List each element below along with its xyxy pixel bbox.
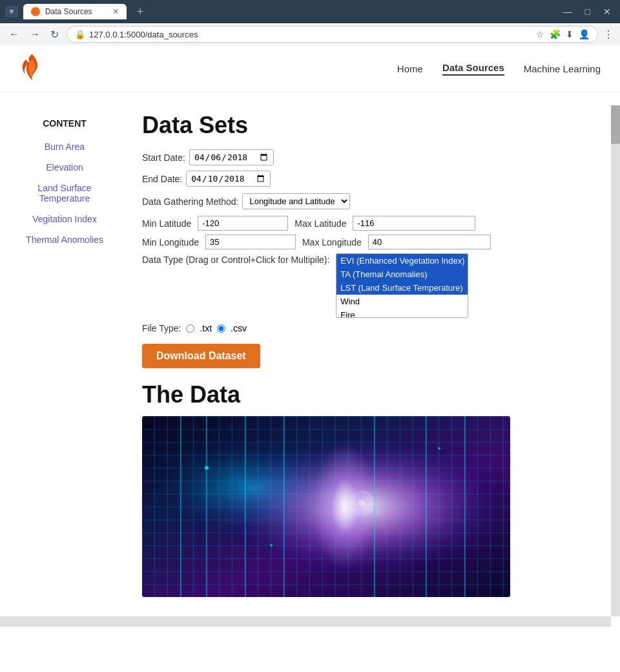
data-type-multiselect[interactable]: EVI (Enhanced Vegetation Index) TA (Them… bbox=[336, 253, 468, 318]
sidebar-link-thermal[interactable]: Thermal Anomolies bbox=[13, 235, 116, 245]
page-title: Data Sets bbox=[142, 112, 607, 139]
sidebar-link-elevation[interactable]: Elevation bbox=[13, 162, 116, 173]
url-display: 127.0.0.1:5000/data_sources bbox=[89, 30, 198, 39]
svg-point-55 bbox=[438, 447, 440, 450]
min-lon-input[interactable] bbox=[205, 235, 296, 249]
svg-rect-43 bbox=[142, 416, 510, 597]
file-type-label: File Type: bbox=[142, 323, 181, 333]
sidebar: CONTENT Burn Area Elevation Land Surface… bbox=[0, 105, 129, 604]
max-lon-label: Max Longitude bbox=[302, 237, 362, 247]
bookmark-icon[interactable]: ☆ bbox=[536, 29, 544, 39]
file-type-txt-radio[interactable] bbox=[186, 324, 194, 333]
svg-point-51 bbox=[358, 500, 365, 507]
horizontal-scrollbar[interactable] bbox=[0, 616, 611, 627]
nav-ml[interactable]: Machine Learning bbox=[524, 63, 601, 74]
min-lat-label: Min Latitude bbox=[142, 218, 191, 229]
svg-rect-42 bbox=[142, 416, 510, 597]
tab-close-btn[interactable]: ✕ bbox=[112, 7, 119, 16]
min-lat-input[interactable] bbox=[198, 216, 288, 231]
lon-row: Min Longitude Max Longitude bbox=[142, 235, 607, 249]
download-icon[interactable]: ⬇ bbox=[566, 29, 574, 39]
data-type-label: Data Type (Drag or Control+Click for Mul… bbox=[142, 253, 329, 265]
max-lon-input[interactable] bbox=[368, 235, 491, 249]
active-tab[interactable]: Data Sources ✕ bbox=[23, 4, 127, 19]
end-date-label: End Date: bbox=[142, 174, 182, 184]
window-close-button[interactable]: ✕ bbox=[599, 6, 615, 17]
svg-point-52 bbox=[349, 490, 375, 516]
file-type-txt-label: .txt bbox=[200, 323, 212, 333]
data-type-section: Data Type (Drag or Control+Click for Mul… bbox=[142, 253, 607, 318]
main-content: CONTENT Burn Area Elevation Land Surface… bbox=[0, 92, 620, 616]
max-lat-input[interactable] bbox=[353, 216, 475, 231]
sidebar-link-lst[interactable]: Land Surface Temperature bbox=[13, 183, 116, 204]
download-dataset-button[interactable]: Download Dataset bbox=[142, 344, 260, 368]
lock-icon: 🔒 bbox=[75, 30, 85, 39]
start-date-group: Start Date: bbox=[142, 149, 607, 165]
window-maximize-button[interactable]: □ bbox=[581, 6, 594, 17]
new-tab-button[interactable]: + bbox=[132, 5, 149, 19]
browser-menu-button[interactable]: ⋮ bbox=[603, 28, 614, 41]
address-bar-row: ← → ↻ 🔒 127.0.0.1:5000/data_sources ☆ 🧩 … bbox=[0, 23, 620, 45]
min-lon-label: Min Longitude bbox=[142, 237, 199, 247]
account-icon[interactable]: 👤 bbox=[579, 29, 590, 39]
nav-datasources[interactable]: Data Sources bbox=[442, 62, 504, 76]
file-type-row: File Type: .txt .csv bbox=[142, 323, 607, 333]
max-lat-label: Max Latitude bbox=[294, 218, 346, 229]
file-type-csv-radio[interactable] bbox=[217, 324, 225, 333]
address-input-area[interactable]: 🔒 127.0.0.1:5000/data_sources ☆ 🧩 ⬇ 👤 bbox=[67, 26, 598, 43]
svg-rect-0 bbox=[142, 416, 510, 597]
tab-favicon bbox=[31, 7, 40, 16]
sidebar-link-veg-index[interactable]: Vegitation Index bbox=[13, 214, 116, 224]
data-image-svg bbox=[142, 416, 510, 597]
file-type-csv-label: .csv bbox=[231, 323, 247, 333]
sidebar-title: CONTENT bbox=[13, 118, 116, 129]
start-date-label: Start Date: bbox=[142, 152, 185, 163]
window-minimize-button[interactable]: — bbox=[559, 6, 576, 17]
back-button[interactable]: ← bbox=[6, 27, 22, 41]
logo bbox=[19, 53, 45, 84]
navbar-links: Home Data Sources Machine Learning bbox=[397, 62, 601, 76]
svg-point-54 bbox=[270, 544, 273, 547]
svg-point-53 bbox=[205, 466, 209, 470]
forward-button[interactable]: → bbox=[27, 27, 43, 41]
tab-title: Data Sources bbox=[45, 7, 92, 16]
dropdown-arrow-btn[interactable]: ▼ bbox=[5, 6, 18, 17]
scrollbar-thumb[interactable] bbox=[611, 105, 620, 144]
method-label: Data Gathering Method: bbox=[142, 196, 238, 207]
extensions-icon[interactable]: 🧩 bbox=[550, 29, 561, 39]
data-visualization-image bbox=[142, 416, 510, 597]
end-date-input[interactable] bbox=[186, 171, 271, 187]
refresh-button[interactable]: ↻ bbox=[48, 27, 61, 42]
nav-home[interactable]: Home bbox=[397, 63, 423, 74]
content-area: Data Sets Start Date: End Date: Data Gat… bbox=[129, 105, 620, 604]
sidebar-link-burn-area[interactable]: Burn Area bbox=[13, 142, 116, 152]
end-date-group: End Date: bbox=[142, 171, 607, 187]
flame-icon bbox=[19, 53, 45, 82]
navbar: Home Data Sources Machine Learning bbox=[0, 45, 620, 92]
lat-row: Min Latitude Max Latitude bbox=[142, 216, 607, 231]
method-select[interactable]: Longitude and Latitude Bounding Box Stat… bbox=[242, 193, 350, 209]
the-data-title: The Data bbox=[142, 381, 607, 408]
start-date-input[interactable] bbox=[189, 149, 274, 165]
method-group: Data Gathering Method: Longitude and Lat… bbox=[142, 193, 607, 209]
vertical-scrollbar[interactable] bbox=[611, 105, 620, 616]
